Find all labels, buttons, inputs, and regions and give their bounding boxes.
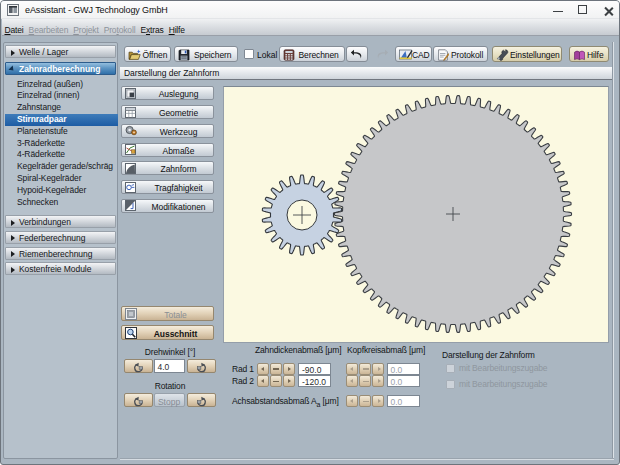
nav-button-abma-e[interactable]: Abmaße bbox=[121, 143, 214, 157]
maximize-button[interactable] bbox=[572, 1, 594, 18]
zahndicken-label: Zahndickenabmaß [μm] bbox=[255, 345, 341, 355]
minus-icon bbox=[273, 368, 279, 370]
close-button[interactable] bbox=[597, 1, 619, 18]
achsabstand-decrement-button[interactable] bbox=[346, 395, 358, 407]
menu-item-extras[interactable]: Extras bbox=[138, 22, 166, 39]
kopfkreis-rad2-increment-button[interactable] bbox=[372, 375, 384, 387]
panel-title: Darstellung der Zahnform bbox=[120, 67, 612, 80]
protocol-button[interactable]: Protokoll bbox=[433, 46, 488, 62]
arrow-left-icon bbox=[350, 367, 353, 371]
help-button[interactable]: Hilfe bbox=[569, 46, 609, 62]
rotate-ccw-icon bbox=[125, 394, 152, 411]
undo-button[interactable] bbox=[346, 46, 368, 62]
kopfkreis-rad1-input[interactable]: 0.0 bbox=[387, 363, 420, 375]
sidebar-section-kostenfreie-module[interactable]: Kostenfreie Module bbox=[5, 262, 116, 275]
achsabstand-increment-button[interactable] bbox=[372, 395, 384, 407]
nav-button-tragf-higkeit[interactable]: Tragfähigkeit bbox=[121, 180, 214, 194]
protocol-icon bbox=[437, 49, 449, 63]
nav-button-geometrie[interactable]: Geometrie bbox=[121, 105, 214, 119]
gear-display-canvas[interactable] bbox=[223, 86, 609, 343]
achsabstand-input[interactable]: 0.0 bbox=[387, 395, 420, 407]
modifikationen-icon bbox=[125, 200, 136, 211]
bearbeitungszugabe-checkbox-1[interactable] bbox=[446, 364, 455, 373]
zahndicken-rad2-input[interactable]: -120.0 bbox=[298, 375, 331, 387]
minus-icon bbox=[363, 401, 369, 403]
abma-e-icon bbox=[125, 144, 136, 155]
zahndicken-rad2-decrement-button[interactable] bbox=[257, 375, 269, 387]
sidebar-section-federberechnung[interactable]: Federberechnung bbox=[5, 231, 116, 244]
redo-button[interactable] bbox=[370, 46, 392, 62]
sidebar-item-spiral-kegelr-der[interactable]: Spiral-Kegelräder bbox=[5, 173, 116, 185]
sidebar-item-kegelr-der-gerade-schr-g[interactable]: Kegelräder gerade/schräg bbox=[5, 161, 116, 173]
sidebar-item-4-r-derkette[interactable]: 4-Räderkette bbox=[5, 149, 116, 161]
nav-button-auslegung[interactable]: Auslegung bbox=[121, 86, 214, 100]
kopfkreis-rad2-reset-button[interactable] bbox=[359, 375, 371, 387]
rotation-cw-button[interactable] bbox=[187, 393, 216, 407]
drehwinkel-label: Drehwinkel [°] bbox=[131, 347, 209, 357]
kopfkreis-rad1-decrement-button[interactable] bbox=[346, 363, 358, 375]
rotation-label: Rotation bbox=[131, 381, 209, 391]
achsabstand-reset-button[interactable] bbox=[359, 395, 371, 407]
nav-button-werkzeug[interactable]: Werkzeug bbox=[121, 124, 214, 138]
drehwinkel-input[interactable]: 4.0 bbox=[154, 359, 185, 373]
zahndicken-rad1-decrement-button[interactable] bbox=[257, 363, 269, 375]
rotate-right-button[interactable] bbox=[187, 359, 216, 373]
bearbeitungszugabe-checkbox-2[interactable] bbox=[446, 380, 455, 389]
cad-button[interactable]: CAD bbox=[395, 46, 432, 62]
sidebar-section-riemenberechnung[interactable]: Riemenberechnung bbox=[5, 247, 116, 260]
stopp-button[interactable]: Stopp bbox=[154, 393, 185, 407]
sidebar-item-einzelrad-au-en-[interactable]: Einzelrad (außen) bbox=[5, 79, 116, 91]
minimize-button[interactable] bbox=[547, 1, 569, 18]
kopfkreis-rad1-reset-button[interactable] bbox=[359, 363, 371, 375]
rotate-ccw-icon bbox=[125, 360, 152, 377]
zahndicken-rad1-input[interactable]: -90.0 bbox=[298, 363, 331, 375]
settings-gear-icon bbox=[496, 49, 509, 63]
zahndicken-rad1-increment-button[interactable] bbox=[283, 363, 295, 375]
sidebar-item-3-r-derkette[interactable]: 3-Räderkette bbox=[5, 138, 116, 150]
sidebar-section-zahnradberechnung[interactable]: Zahnradberechnung bbox=[5, 62, 116, 75]
menu-item-datei[interactable]: Datei bbox=[2, 22, 26, 39]
lokal-checkbox[interactable] bbox=[244, 49, 254, 59]
menu-item-hilfe[interactable]: Hilfe bbox=[166, 22, 187, 39]
arrow-left-icon bbox=[261, 367, 264, 371]
zahndicken-rad2-increment-button[interactable] bbox=[283, 375, 295, 387]
calculate-button[interactable]: Berechnen bbox=[279, 46, 345, 62]
rad2-label: Rad 2 bbox=[232, 376, 254, 386]
rotation-ccw-button[interactable] bbox=[124, 393, 153, 407]
kopfkreis-rad2-input[interactable]: 0.0 bbox=[387, 375, 420, 387]
ausschnitt-button[interactable]: Ausschnitt bbox=[121, 325, 214, 340]
title-bar: eAssistant - GWJ Technology GmbH bbox=[1, 1, 619, 19]
lokal-checkbox-label: Lokal bbox=[257, 50, 277, 60]
sidebar-item-hypoid-kegelr-der[interactable]: Hypoid-Kegelräder bbox=[5, 185, 116, 197]
sidebar-item-planetenstufe[interactable]: Planetenstufe bbox=[5, 126, 116, 138]
redo-icon bbox=[374, 49, 389, 63]
save-button[interactable]: Speichern bbox=[174, 46, 238, 62]
kopfkreis-rad2-decrement-button[interactable] bbox=[346, 375, 358, 387]
sidebar-item-zahnstange[interactable]: Zahnstange bbox=[5, 102, 116, 114]
zahndicken-rad2-reset-button[interactable] bbox=[270, 375, 282, 387]
window-title: eAssistant - GWJ Technology GmbH bbox=[25, 5, 168, 15]
sidebar-item-stirnradpaar[interactable]: Stirnradpaar bbox=[5, 114, 118, 126]
menu-item-bearbeiten[interactable]: Bearbeiten bbox=[26, 22, 71, 39]
rotate-cw-icon bbox=[188, 394, 215, 411]
sidebar-item-schnecken[interactable]: Schnecken bbox=[5, 197, 116, 209]
nav-button-zahnform[interactable]: Zahnform bbox=[121, 161, 214, 175]
settings-button[interactable]: Einstellungen bbox=[492, 46, 562, 62]
collapsed-arrow-icon bbox=[11, 251, 15, 257]
menu-item-projekt[interactable]: Projekt bbox=[71, 22, 101, 39]
rotate-left-button[interactable] bbox=[124, 359, 153, 373]
collapsed-arrow-icon bbox=[11, 235, 15, 241]
ausschnitt-button-icon bbox=[125, 327, 137, 339]
kopfkreis-rad1-increment-button[interactable] bbox=[372, 363, 384, 375]
sidebar-section-verbindungen[interactable]: Verbindungen bbox=[5, 215, 116, 228]
totale-button[interactable]: Totale bbox=[121, 306, 214, 321]
arrow-right-icon bbox=[378, 399, 381, 403]
zahndicken-rad1-reset-button[interactable] bbox=[270, 363, 282, 375]
nav-button-modifikationen[interactable]: Modifikationen bbox=[121, 199, 214, 213]
auslegung-icon bbox=[125, 88, 136, 99]
open-button[interactable]: Öffnen bbox=[124, 46, 171, 62]
sidebar-item-einzelrad-innen-[interactable]: Einzelrad (innen) bbox=[5, 90, 116, 102]
section-label: Verbindungen bbox=[19, 217, 71, 227]
menu-item-protokoll[interactable]: Protokoll bbox=[101, 22, 138, 39]
sidebar-section-welle-lager[interactable]: Welle / Lager bbox=[5, 45, 116, 58]
